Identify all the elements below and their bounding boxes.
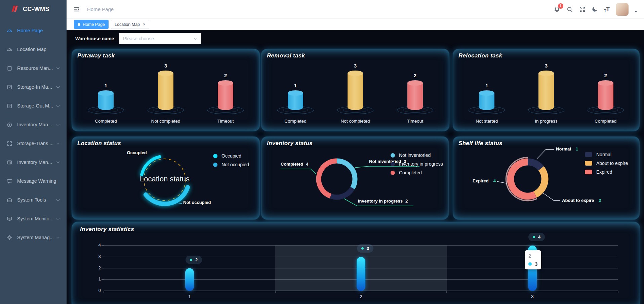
tab-home-page[interactable]: Home Page [74,20,109,29]
legend-item-about-to-expire[interactable]: About to expire [585,159,628,168]
relocation-task-chart: 1Not started3In progress2Completed [457,60,635,131]
card-title: Relocation task [458,52,502,59]
legend-item-not-inventoried[interactable]: Not inventoried [391,151,443,160]
legend-label: About to expire [596,161,628,166]
briefcase-icon [7,197,12,203]
card-putaway-task: Putaway task 1Completed3Not completed2Ti… [72,49,259,131]
cylinder-bar [479,93,494,110]
legend-item-expired[interactable]: Expired [585,168,628,176]
tooltip-series-row: 3 [528,261,537,267]
legend-label: Normal [596,152,611,157]
card-title: Removal task [267,52,305,59]
sidebar-item-storage-out-m[interactable]: Storage-Out M... [0,96,67,115]
callout-value: 4 [493,178,496,183]
legend-item-completed[interactable]: Completed [391,168,443,177]
app-root: CC-WMS Home PageLocation MapResource Man… [0,0,644,304]
bell-icon[interactable]: 1 [554,6,560,13]
cylinder-label: Not started [476,119,498,124]
legend-label: Expired [596,169,612,175]
gauge-icon [7,28,12,34]
chevron-down-icon [56,85,60,88]
y-axis-label: 0 [87,288,101,293]
header: Home Page 1 TT [67,0,644,18]
callout-value: 1 [576,146,578,151]
chevron-down-icon [56,160,60,163]
sidebar-item-message-warning[interactable]: Message Warning [0,172,67,190]
tooltip-dot [528,262,532,266]
cylinder-value: 1 [294,83,297,88]
legend-item-normal[interactable]: Normal [585,150,628,159]
chart-tooltip: 2 3 [525,250,541,269]
sidebar-item-system-monito[interactable]: System Monito... [0,209,67,228]
putaway-task-chart: 1Completed3Not completed2Timeout [76,60,255,131]
x-axis-label: 3 [528,294,536,299]
font-size-icon[interactable]: TT [604,6,610,13]
card-title: Putaway task [77,52,115,59]
legend-label: Not occupied [222,162,249,167]
legend-label: Completed [399,170,422,175]
card-title: Shelf life status [458,140,502,147]
book-icon [7,66,12,71]
caret-down-icon[interactable] [635,11,637,12]
cylinder-value: 2 [414,73,416,78]
cylinder-timeout: 2Timeout [385,60,445,131]
avatar[interactable] [616,3,629,16]
moon-icon[interactable] [592,6,598,12]
tab-close-icon[interactable]: × [143,22,146,27]
cylinder-not-completed: 3Not completed [136,60,196,131]
menu-collapse-icon[interactable] [73,6,80,12]
cylinder-in-progress: 3In progress [517,60,576,131]
card-inventory-statistics: Inventory statistics 43210123234 2 3 [72,222,640,304]
cylinder-label: Not completed [340,119,370,124]
sidebar-item-location-map[interactable]: Location Map [0,40,67,59]
sidebar-item-inventory-man[interactable]: Inventory Man... [0,153,67,172]
warehouse-select[interactable]: Please choose [119,33,201,44]
y-axis-label: 1 [87,276,101,281]
legend-item-not-occupied[interactable]: Not occupied [213,160,249,169]
cylinder-bar [348,73,363,110]
card-shelf-life-status: Shelf life status Normal 1 Expired 4 Abo… [453,137,639,219]
callout-about-to-expire: About to expire 2 [562,198,601,203]
sidebar-item-resource-man[interactable]: Resource Man... [0,59,67,78]
cylinder-label: Not completed [151,119,180,124]
card-inventory-status: Inventory status Completed 4 Not invento… [261,137,448,219]
y-axis-label: 2 [87,265,101,270]
legend-item-occupied[interactable]: Occupied [213,151,249,160]
fullscreen-icon[interactable] [579,6,586,12]
callout-value: 4 [306,162,308,167]
cylinder-timeout: 2Timeout [196,60,255,131]
sidebar-item-label: Home Page [17,28,62,33]
sidebar-item-home-page[interactable]: Home Page [0,21,67,40]
sidebar-item-label: Message Warning [17,178,62,184]
legend-label: Inventory in progress [399,161,443,167]
y-axis-label: 4 [87,243,101,248]
callout-occupied: Occupied [122,150,151,155]
legend-item-inventory-in-progress[interactable]: Inventory in progress [391,160,443,168]
search-icon[interactable] [566,6,573,13]
tab-location-map[interactable]: Location Map × [111,20,149,29]
sidebar-item-storage-trans[interactable]: Storage-Trans ... [0,134,67,153]
dashboard-content: Warehouse name: Please choose Putaway ta… [67,30,644,304]
sidebar-item-label: Inventory Man... [17,122,57,127]
cylinder-completed: 1Completed [76,60,136,131]
edit-square-icon [7,84,12,90]
sidebar-item-system-manag[interactable]: System Manag... [0,228,67,247]
callout-label: Completed [281,162,303,167]
callout-not-occupied: Not occupied [183,200,211,205]
gear-icon [7,235,12,241]
sidebar: CC-WMS Home PageLocation MapResource Man… [0,0,67,304]
chevron-down-icon [56,141,60,144]
cylinder-value: 1 [105,83,107,88]
header-actions: 1 TT [554,3,637,16]
sidebar-item-inventory-man[interactable]: Inventory Man... [0,115,67,134]
cylinder-bar [288,93,303,110]
sidebar-item-label: Resource Man... [17,66,57,71]
shelf-life-status-chart [453,137,639,219]
chat-icon [7,178,12,184]
chevron-down-icon [56,216,60,220]
callout-label: Expired [473,178,489,183]
sidebar-item-storage-in-ma[interactable]: Storage-In Ma... [0,78,67,96]
legend-dot [391,162,395,166]
sidebar-item-system-tools[interactable]: System Tools [0,190,67,209]
compass-icon [7,122,12,128]
